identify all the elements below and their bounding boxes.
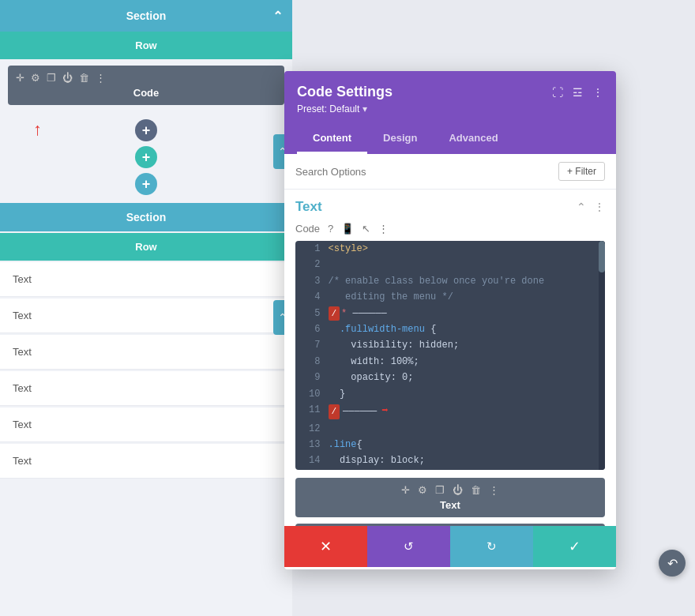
text-module-bottom-label-1: Text xyxy=(303,499,597,511)
code-toolbar: Code ? 📱 ↖ ⋮ xyxy=(284,220,616,241)
row-bar-label: Row xyxy=(135,39,156,51)
mobile-icon[interactable]: 📱 xyxy=(341,223,354,235)
row-bar-2[interactable]: Row xyxy=(0,233,292,261)
settings-header-icons: ⛶ ☲ ⋮ xyxy=(552,86,603,99)
code-line-2: 2 xyxy=(295,257,605,272)
chevron-up-icon[interactable]: ⌃ xyxy=(272,9,283,24)
add-btn-green[interactable]: + xyxy=(135,146,157,168)
save-button[interactable]: ✓ xyxy=(533,526,616,567)
move-icon[interactable]: ✛ xyxy=(16,72,24,84)
arrow-up-icon: ↑ xyxy=(33,119,42,140)
code-line-14: 14 display: block; xyxy=(295,453,605,468)
code-line-9: 9 opacity: 0; xyxy=(295,370,605,385)
cancel-button[interactable]: ✕ xyxy=(284,526,367,567)
undo-button[interactable]: ↺ xyxy=(367,526,450,567)
search-row: + Filter xyxy=(284,154,616,190)
settings-tabs: Content Design Advanced xyxy=(297,124,603,154)
list-item[interactable]: Text xyxy=(0,444,292,479)
cursor-icon[interactable]: ↖ xyxy=(362,223,370,235)
add-btn-blue[interactable]: + xyxy=(135,173,157,195)
columns-icon[interactable]: ☲ xyxy=(573,86,583,99)
code-lines: 1 <style> 2 3 /* enable class below once… xyxy=(295,241,605,469)
code-line-3: 3 /* enable class below once you're done xyxy=(295,273,605,289)
list-item[interactable]: Text xyxy=(0,371,292,406)
code-line-6: 6 .fullwidth-menu { xyxy=(295,321,605,337)
text-module-bottom-toolbar-1: ✛ ⚙ ❐ ⏻ 🗑 ⋮ xyxy=(303,484,597,496)
list-item[interactable]: Text xyxy=(0,408,292,442)
more-icon[interactable]: ⋮ xyxy=(96,72,106,84)
collapse-icon[interactable]: ⌃ xyxy=(577,201,586,213)
scrollbar-thumb[interactable] xyxy=(599,241,605,272)
code-line-13: 13 .line{ xyxy=(295,437,605,453)
save-icon: ✓ xyxy=(569,538,580,555)
code-line-11: 11 /——————➡ xyxy=(295,402,605,421)
code-line-1: 1 <style> xyxy=(295,241,605,257)
row-bar-top[interactable]: Row xyxy=(0,32,292,59)
settings-panel: Code Settings ⛶ ☲ ⋮ Preset: Default ▾ Co… xyxy=(284,71,616,569)
settings-preset[interactable]: Preset: Default ▾ xyxy=(297,103,603,115)
text-modules-list: Text Text Text Text Text Text xyxy=(0,262,292,479)
help-icon[interactable]: ? xyxy=(328,223,333,235)
code-line-10: 10 } xyxy=(295,386,605,402)
code-line-12: 12 xyxy=(295,421,605,437)
code-line-8: 8 width: 100%; xyxy=(295,354,605,370)
code-line-5: 5 /* —————— xyxy=(295,306,605,321)
tmb-toggle-icon[interactable]: ⏻ xyxy=(453,484,463,496)
search-input[interactable] xyxy=(295,166,552,178)
text-module-bottom-1: ✛ ⚙ ❐ ⏻ 🗑 ⋮ Text xyxy=(295,478,605,517)
add-btn-dark[interactable]: + xyxy=(135,119,157,141)
code-module: ✛ ⚙ ❐ ⏻ 🗑 ⋮ Code xyxy=(8,66,284,105)
code-editor-scroll[interactable]: 1 <style> 2 3 /* enable class below once… xyxy=(295,241,605,470)
tab-design[interactable]: Design xyxy=(367,124,433,154)
delete-icon[interactable]: 🗑 xyxy=(79,72,89,84)
cancel-icon: ✕ xyxy=(320,538,332,555)
toggle-icon[interactable]: ⏻ xyxy=(62,72,73,84)
more-options-icon[interactable]: ⋮ xyxy=(592,86,603,99)
section-more-icon[interactable]: ⋮ xyxy=(594,201,605,213)
section-bar-label-2: Section xyxy=(126,211,167,223)
code-module-label: Code xyxy=(16,87,276,99)
code-line-7: 7 visibility: hidden; xyxy=(295,337,605,353)
code-line-4: 4 editing the menu */ xyxy=(295,289,605,305)
text-section-header: Text ⌃ ⋮ xyxy=(284,190,616,220)
builder-panel: Section ⌃ Row ✛ ⚙ ❐ ⏻ 🗑 ⋮ Code ↑ + + + S… xyxy=(0,0,292,616)
tmb-delete-icon[interactable]: 🗑 xyxy=(471,484,481,496)
tmb-move-icon[interactable]: ✛ xyxy=(401,484,410,496)
undo-icon: ↺ xyxy=(404,539,414,554)
bottom-toolbar: ✕ ↺ ↻ ✓ xyxy=(284,526,616,567)
list-item[interactable]: Text xyxy=(0,299,292,333)
redo-button[interactable]: ↻ xyxy=(450,526,533,567)
text-section-title: Text xyxy=(295,199,322,215)
section-bar-top[interactable]: Section ⌃ xyxy=(0,0,292,32)
text-section-icons: ⌃ ⋮ xyxy=(577,201,605,213)
row-bar-label-2: Row xyxy=(135,241,156,253)
tmb-more-icon[interactable]: ⋮ xyxy=(489,484,499,496)
filter-button[interactable]: + Filter xyxy=(558,162,605,181)
section-bar-label: Section xyxy=(126,9,167,22)
settings-title-row: Code Settings ⛶ ☲ ⋮ xyxy=(297,84,603,100)
tmb-dup-icon[interactable]: ❐ xyxy=(435,484,445,496)
scrollbar-track[interactable] xyxy=(599,241,605,470)
tab-content[interactable]: Content xyxy=(297,124,367,154)
section-bar-2[interactable]: Section xyxy=(0,203,292,231)
code-module-toolbar: ✛ ⚙ ❐ ⏻ 🗑 ⋮ xyxy=(16,72,276,84)
settings-icon[interactable]: ⚙ xyxy=(31,72,40,84)
tab-advanced[interactable]: Advanced xyxy=(433,124,513,154)
code-label: Code xyxy=(295,223,320,235)
tmb-settings-icon[interactable]: ⚙ xyxy=(418,484,427,496)
expand-icon[interactable]: ⛶ xyxy=(552,86,563,99)
add-buttons-group: ↑ + + + xyxy=(0,111,292,200)
redo-icon: ↻ xyxy=(486,539,497,554)
code-editor[interactable]: 1 <style> 2 3 /* enable class below once… xyxy=(295,241,605,470)
settings-header: Code Settings ⛶ ☲ ⋮ Preset: Default ▾ Co… xyxy=(284,71,616,154)
floating-helper-button[interactable]: ↶ xyxy=(659,550,686,577)
list-item[interactable]: Text xyxy=(0,335,292,370)
settings-body: + Filter Text ⌃ ⋮ Code ? 📱 ↖ ⋮ 1 xyxy=(284,154,616,563)
code-more-icon[interactable]: ⋮ xyxy=(378,223,389,235)
list-item[interactable]: Text xyxy=(0,262,292,297)
settings-title: Code Settings xyxy=(297,84,393,100)
duplicate-icon[interactable]: ❐ xyxy=(47,72,56,84)
